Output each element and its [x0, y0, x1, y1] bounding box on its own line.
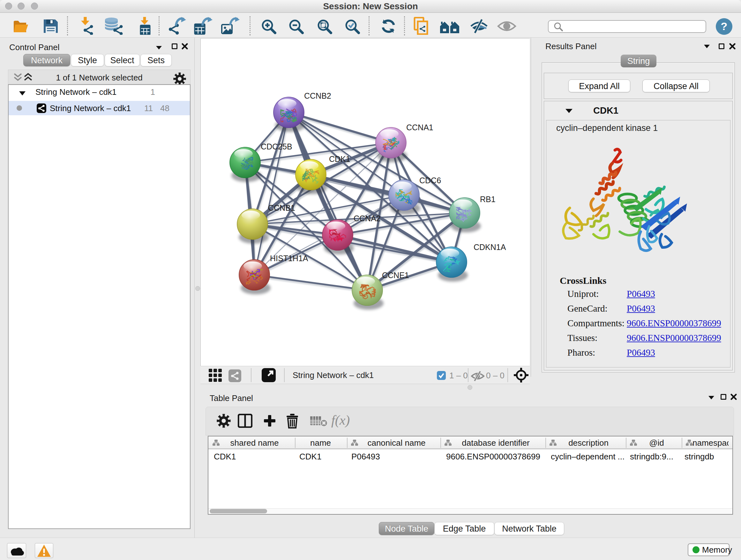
- svg-text:CDKN1A: CDKN1A: [474, 243, 506, 252]
- svg-text:?: ?: [721, 20, 728, 32]
- svg-text:HIST1H1A: HIST1H1A: [270, 254, 308, 263]
- svg-text:CCNB1: CCNB1: [268, 203, 295, 212]
- svg-text:RB1: RB1: [480, 195, 495, 204]
- svg-text:CCNA2: CCNA2: [354, 214, 381, 223]
- svg-text:CCNB2: CCNB2: [304, 91, 331, 100]
- svg-text:CDK1: CDK1: [329, 154, 350, 164]
- svg-text:CDC6: CDC6: [419, 176, 441, 185]
- svg-text:CCNA1: CCNA1: [406, 123, 433, 132]
- svg-text:CDC25B: CDC25B: [261, 142, 292, 151]
- svg-text:CCNE1: CCNE1: [382, 271, 409, 280]
